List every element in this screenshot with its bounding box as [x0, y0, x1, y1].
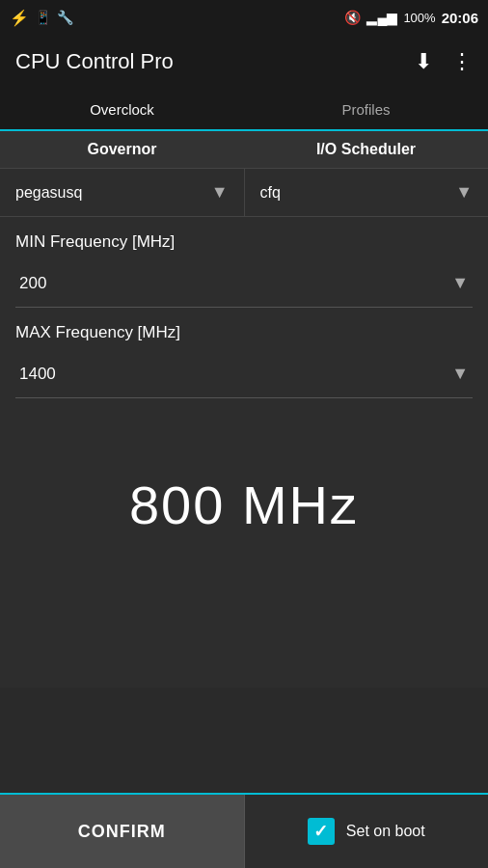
min-freq-section: MIN Frequency [MHz] 200 ▼: [0, 217, 488, 308]
io-scheduler-dropdown[interactable]: cfq ▼: [245, 169, 489, 216]
main-content: Governor I/O Scheduler pegasusq ▼ cfq ▼ …: [0, 131, 488, 688]
set-on-boot-label: Set on boot: [346, 823, 425, 840]
max-freq-arrow-icon: ▼: [451, 364, 469, 384]
io-value: cfq: [260, 184, 281, 202]
governor-dropdown[interactable]: pegasusq ▼: [0, 169, 245, 216]
download-icon[interactable]: ⬇: [415, 49, 432, 74]
checkmark-icon: ✓: [313, 821, 328, 842]
mute-icon: 🔇: [344, 10, 361, 25]
title-actions: ⬇ ⋮: [415, 49, 473, 74]
android-icon: 📱: [35, 10, 51, 25]
signal-icon: ▂▄▆: [366, 10, 397, 25]
title-bar: CPU Control Pro ⬇ ⋮: [0, 35, 488, 89]
min-freq-arrow-icon: ▼: [451, 273, 469, 293]
status-time: 20:06: [442, 10, 478, 26]
usb-icon: ⚡: [10, 9, 29, 27]
status-right-icons: 🔇 ▂▄▆ 100% 20:06: [344, 10, 478, 26]
set-on-boot-checkbox[interactable]: ✓: [308, 818, 335, 845]
confirm-button[interactable]: CONFIRM: [0, 795, 245, 868]
governor-io-headers: Governor I/O Scheduler: [0, 131, 488, 169]
overflow-menu-icon[interactable]: ⋮: [451, 49, 473, 74]
min-freq-dropdown[interactable]: 200 ▼: [15, 259, 473, 308]
tab-overclock[interactable]: Overclock: [0, 89, 244, 131]
io-scheduler-header: I/O Scheduler: [244, 131, 488, 168]
battery-percent: 100%: [403, 11, 435, 25]
tab-bar: Overclock Profiles: [0, 89, 488, 131]
app-title: CPU Control Pro: [15, 49, 174, 74]
min-freq-label: MIN Frequency [MHz]: [15, 232, 473, 252]
status-left-icons: ⚡ 📱 🔧: [10, 9, 73, 27]
max-freq-label: MAX Frequency [MHz]: [15, 323, 473, 342]
mhz-display: 800 MHz: [0, 398, 488, 610]
min-freq-value: 200: [19, 274, 46, 293]
max-freq-dropdown[interactable]: 1400 ▼: [15, 350, 473, 398]
set-on-boot-container[interactable]: ✓ Set on boot: [245, 795, 489, 868]
tools-icon: 🔧: [57, 10, 73, 25]
tab-profiles[interactable]: Profiles: [244, 89, 488, 129]
current-mhz: 800 MHz: [129, 474, 359, 536]
max-freq-value: 1400: [19, 365, 56, 384]
io-arrow-icon: ▼: [455, 182, 473, 203]
status-bar: ⚡ 📱 🔧 🔇 ▂▄▆ 100% 20:06: [0, 0, 488, 35]
governor-value: pegasusq: [15, 184, 82, 202]
bottom-bar: CONFIRM ✓ Set on boot: [0, 793, 488, 868]
max-freq-section: MAX Frequency [MHz] 1400 ▼: [0, 308, 488, 398]
governor-header: Governor: [0, 131, 244, 168]
governor-arrow-icon: ▼: [211, 182, 229, 203]
governor-io-dropdowns: pegasusq ▼ cfq ▼: [0, 169, 488, 217]
